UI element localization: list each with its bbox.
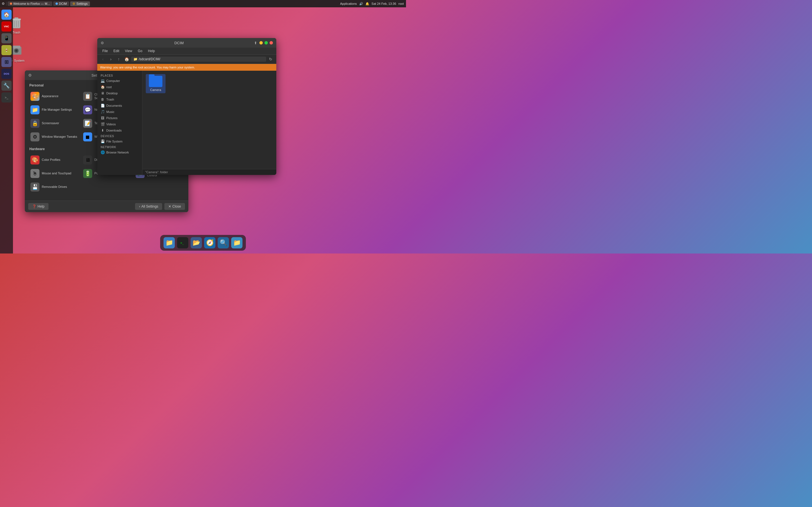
dcim-titlebar: ⚙ DCIM ⬆ [97,38,276,48]
sidebar-app-lxterm[interactable]: >_ [1,93,11,103]
notifications-icon: 💬 [83,105,92,114]
dock-item-filemanager[interactable]: 📂 [191,237,202,248]
sidebar-item-filesystem[interactable]: 💾 File System [97,138,142,145]
dock-item-terminal[interactable]: >_ [177,237,188,248]
network-icon: 🌐 [101,151,105,154]
root-icon: 🏠 [101,85,105,89]
sidebar-app-dosbox[interactable]: DOS [1,69,11,79]
taskbar-bell-icon[interactable]: 🔔 [365,2,369,6]
dcim-menu-edit[interactable]: Edit [110,48,122,54]
dcim-title: DCIM [106,41,252,45]
wmtweaks-label: Window Manager Tweaks [42,135,77,138]
taskbar-applications[interactable]: Applications [340,2,357,5]
sidebar-item-trash[interactable]: 🗑 Trash [97,96,142,103]
forward-button[interactable]: › [107,56,114,62]
devices-section-title: Devices [97,133,142,138]
dcim-minimize-btn[interactable] [259,41,263,45]
taskbar-datetime: Sat 24 Feb, 13:36 [371,2,396,5]
videos-icon: 🎬 [101,122,105,126]
dcim-menubar: File Edit View Go Help [97,48,276,55]
texteditor-icon: 📝 [83,119,92,128]
sidebar-item-videos[interactable]: 🎬 Videos [97,121,142,127]
settings-item-wmtweaks[interactable]: ⚙ Window Manager Tweaks [28,131,80,143]
places-section-title: Places [97,73,142,78]
chevron-left-icon: ‹ [139,205,140,209]
taskbar-tab-settings[interactable]: ⚙ Settings [70,1,90,6]
home-nav-button[interactable]: 🏠 [123,56,130,62]
settings-item-appearance[interactable]: 🎨 Appearance [28,90,80,103]
desktop-nav-label: Desktop [106,92,117,95]
close-x-icon: ✕ [168,205,171,209]
dcim-titlebar-icons: ⬆ [254,41,257,45]
sidebar-item-computer[interactable]: 💻 Computer [97,78,142,84]
computer-label: Computer [106,79,120,82]
dcim-warning-bar: Warning: you are using the root account.… [97,64,276,71]
colorprofiles-label: Color Profiles [42,158,60,162]
warning-text: Warning: you are using the root account.… [100,66,195,69]
trash-nav-icon: 🗑 [101,98,105,101]
settings-item-mouse[interactable]: 🖱 Mouse and Touchpad [28,167,80,180]
screensaver-icon: 🔒 [31,119,40,128]
dock-item-search[interactable]: 🔍 [218,237,229,248]
sidebar-item-desktop[interactable]: 🖥 Desktop [97,90,142,96]
sidebar-app-home[interactable]: 🏠 [1,10,11,20]
sidebar-item-pictures[interactable]: 🖼 Pictures [97,115,142,121]
help-button[interactable]: ❓ Help [28,203,49,210]
sidebar-app-wine[interactable]: 🍷 [1,45,11,55]
sidebar-item-downloads[interactable]: ⬇ Downloads [97,127,142,133]
settings-item-removable[interactable]: 💾 Removable Drives [28,181,80,193]
sidebar-app-tool[interactable]: 🔧 [1,80,11,91]
taskbar-system-icon[interactable]: ⚙ [1,2,5,6]
svg-point-9 [15,50,17,52]
videos-label: Videos [106,122,116,126]
dcim-status-bar: "Camera": folder [142,169,276,175]
dcim-menu-file[interactable]: File [100,48,110,54]
sidebar-app-vnc[interactable]: VNC [1,21,11,32]
dcim-path-bar[interactable]: 📁 /sdcard/DCIM/ [131,57,266,62]
back-button[interactable]: ‹ [100,56,106,62]
screensaver-label: Screensaver [42,121,59,125]
dcim-sort-icon: ⬆ [254,41,257,45]
taskbar-tab-dcim[interactable]: DCIM [53,1,69,6]
music-icon: 🎵 [101,110,105,114]
dcim-sidebar: Places 💻 Computer 🏠 root 🖥 Desktop 🗑 Tra… [97,71,142,175]
dock-item-files[interactable]: 📁 [163,237,175,248]
sidebar-item-root[interactable]: 🏠 root [97,84,142,90]
trash-nav-label: Trash [106,98,114,101]
dcim-close-btn[interactable] [269,41,273,45]
sidebar-item-documents[interactable]: 📄 Documents [97,103,142,109]
camera-folder[interactable]: Camera [146,74,165,93]
appearance-icon: 🎨 [31,92,40,101]
computer-icon: 💻 [101,79,105,83]
documents-label: Documents [106,104,122,107]
dcim-menu-go[interactable]: Go [135,48,145,54]
colorprofiles-icon: 🎨 [31,156,40,165]
pictures-icon: 🖼 [101,116,105,120]
sidebar-item-music[interactable]: 🎵 Music [97,109,142,115]
settings-item-colorprofiles[interactable]: 🎨 Color Profiles [28,154,80,166]
taskbar-volume-icon[interactable]: 🔊 [359,2,363,6]
sidebar-item-network[interactable]: 🌐 Browse Network [97,149,142,156]
dock-item-browser[interactable]: 🧭 [204,237,215,248]
dcim-maximize-btn[interactable] [264,41,268,45]
dock-item-folder2[interactable]: 📁 [231,237,243,248]
settings-item-filemanager[interactable]: 📁 File Manager Settings [28,104,80,116]
close-label: Close [172,205,181,209]
taskbar-tab-firefox[interactable]: Welcome to Firefox — M... [8,1,52,6]
all-settings-label: All Settings [141,205,158,209]
all-settings-button[interactable]: ‹ All Settings [135,203,162,210]
up-button[interactable]: ↑ [115,56,122,62]
sidebar-app-grid[interactable]: ⊞ [1,57,11,67]
removable-label: Removable Drives [42,185,67,189]
power-icon: 🔋 [83,169,92,178]
close-button[interactable]: ✕ Close [164,203,185,210]
refresh-button[interactable]: ↻ [267,56,274,62]
dcim-window-controls [259,41,273,45]
dcim-titlebar-left: ⚙ [101,41,104,45]
mouse-label: Mouse and Touchpad [42,172,71,175]
dcim-menu-help[interactable]: Help [145,48,158,54]
dcim-window: ⚙ DCIM ⬆ File Edit View Go Help ‹ › ↑ 🏠 … [97,38,276,175]
settings-item-screensaver[interactable]: 🔒 Screensaver [28,117,80,129]
dcim-menu-view[interactable]: View [122,48,135,54]
sidebar-app-apps[interactable]: 📱 [1,33,11,43]
